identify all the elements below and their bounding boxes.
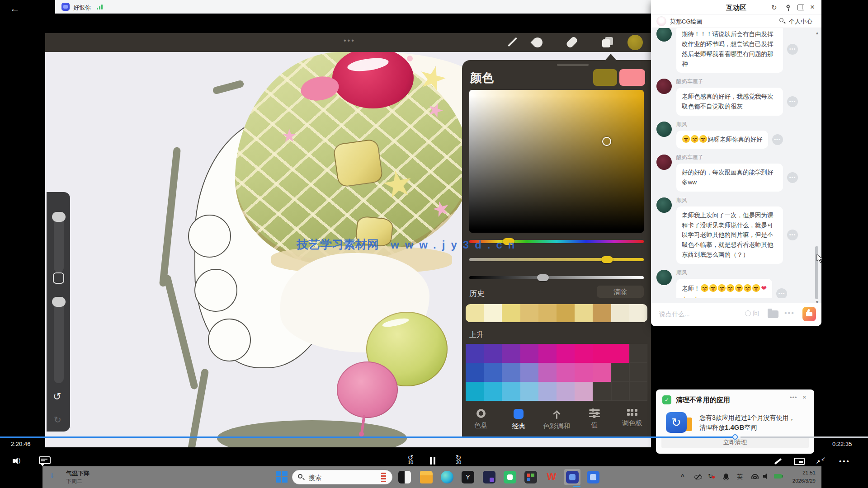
message-more-button[interactable]: •••	[787, 96, 798, 107]
redo-icon[interactable]: ↻	[54, 414, 61, 425]
undo-icon[interactable]: ↺	[53, 391, 61, 403]
start-button[interactable]	[276, 471, 288, 483]
color-swatch[interactable]	[557, 382, 575, 401]
color-swatch[interactable]	[575, 382, 593, 401]
tab-value[interactable]: 值	[576, 407, 613, 437]
video-seekbar[interactable]	[0, 435, 868, 440]
panel-drag-handle[interactable]	[557, 64, 589, 66]
brightness-slider-handle[interactable]	[537, 274, 549, 281]
color-swatch[interactable]	[575, 304, 593, 322]
channel-avatar[interactable]	[656, 16, 666, 26]
avatar[interactable]	[656, 79, 672, 94]
message-more-button[interactable]: •••	[787, 44, 798, 55]
color-swatch[interactable]	[466, 344, 484, 363]
color-swatch[interactable]	[611, 304, 629, 322]
brush-size-handle[interactable]	[52, 212, 66, 222]
tab-disc[interactable]: 色盘	[462, 407, 500, 437]
saturation-brightness-picker[interactable]	[469, 90, 644, 233]
opacity-slider[interactable]	[54, 300, 64, 383]
taskbar-app-green-store[interactable]	[502, 469, 518, 485]
color-swatch[interactable]	[484, 382, 502, 401]
taskbar-app-bluedoc[interactable]	[585, 469, 601, 485]
color-swatch[interactable]	[593, 382, 611, 401]
opacity-handle[interactable]	[52, 297, 66, 307]
chat-input[interactable]: 说点什么...	[659, 310, 690, 319]
color-swatch[interactable]	[466, 382, 484, 401]
input-more-icon[interactable]: •••	[784, 309, 795, 317]
refresh-icon[interactable]: ↻	[771, 4, 777, 12]
color-swatch[interactable]	[538, 344, 557, 363]
message-more-button[interactable]: •••	[776, 288, 787, 298]
taskbar-app-live-class[interactable]	[564, 469, 580, 485]
color-swatch[interactable]	[538, 382, 557, 401]
brush-tool-icon[interactable]	[508, 37, 517, 47]
primary-color-swatch[interactable]	[593, 69, 617, 86]
smudge-tool-icon[interactable]	[530, 35, 544, 49]
avatar[interactable]	[656, 270, 672, 285]
pause-button[interactable]	[430, 457, 436, 465]
danmaku-icon[interactable]	[39, 456, 51, 464]
taskbar-app-media[interactable]: Y	[460, 469, 476, 485]
color-swatch[interactable]	[520, 344, 538, 363]
avatar[interactable]	[656, 155, 672, 170]
taskbar-app-dev[interactable]	[481, 469, 497, 485]
profile-center-link[interactable]: 个人中心	[789, 18, 812, 26]
brightness-slider[interactable]	[469, 276, 644, 279]
color-swatch[interactable]	[557, 344, 575, 363]
color-swatch[interactable]	[484, 344, 502, 363]
color-swatch[interactable]	[538, 304, 557, 322]
microphone-icon[interactable]	[724, 474, 728, 479]
taskbar-app-edge[interactable]	[439, 469, 455, 485]
scroll-up-icon[interactable]: ▲	[815, 31, 819, 35]
secondary-color-swatch[interactable]	[619, 69, 645, 86]
search-icon[interactable]	[779, 18, 786, 24]
back-arrow-button[interactable]: ←	[10, 3, 20, 14]
ime-language-indicator[interactable]: 英	[737, 473, 743, 481]
close-chat-icon[interactable]: ×	[810, 3, 815, 12]
color-swatch[interactable]	[629, 304, 647, 322]
palette-row[interactable]	[466, 363, 647, 382]
tab-palettes[interactable]: 调色板	[613, 407, 651, 437]
color-swatch[interactable]	[502, 304, 520, 322]
color-swatch[interactable]	[593, 363, 611, 382]
battery-icon[interactable]	[774, 474, 782, 479]
folder-icon[interactable]	[768, 310, 778, 318]
taskbar-app-wps[interactable]: W	[543, 469, 560, 485]
color-swatch[interactable]	[502, 363, 520, 382]
forward-30-button[interactable]: ↻30	[450, 455, 467, 467]
taskbar-app-ms-store[interactable]	[523, 469, 539, 485]
message-list[interactable]: 期待！！！话说以后会有自由发挥改作业的环节吗，想尝试自己发挥然后老师帮我看看哪里…	[651, 28, 814, 298]
saturation-slider-handle[interactable]	[601, 256, 613, 263]
avatar[interactable]	[656, 28, 672, 42]
like-button[interactable]	[802, 307, 816, 321]
rewind-10-button[interactable]: ↺10	[402, 455, 419, 467]
eraser-tool-icon[interactable]	[566, 36, 579, 49]
saturation-slider[interactable]	[469, 258, 644, 261]
color-swatch[interactable]	[520, 363, 538, 382]
color-swatch[interactable]	[557, 363, 575, 382]
color-swatch[interactable]	[502, 382, 520, 401]
layers-icon-front[interactable]	[602, 39, 610, 47]
history-swatches[interactable]	[466, 304, 647, 322]
hidden-icon[interactable]	[694, 475, 702, 479]
color-swatch[interactable]	[520, 304, 538, 322]
taskbar-app-notebook[interactable]	[396, 469, 413, 485]
color-swatch[interactable]	[502, 344, 520, 363]
color-swatch[interactable]	[593, 344, 611, 363]
seekbar-handle[interactable]	[732, 434, 738, 440]
pin-icon[interactable]	[785, 5, 791, 11]
color-swatch[interactable]	[611, 382, 629, 401]
message-more-button[interactable]: •••	[772, 134, 783, 145]
color-swatch[interactable]	[557, 304, 575, 322]
avatar[interactable]	[656, 122, 672, 137]
wifi-icon[interactable]	[751, 474, 759, 479]
color-swatch[interactable]	[611, 363, 629, 382]
active-color-icon[interactable]	[627, 35, 643, 50]
channel-name[interactable]: 莫那CG绘画	[670, 18, 703, 26]
pip-icon[interactable]	[794, 458, 805, 465]
color-swatch[interactable]	[538, 363, 557, 382]
tab-harmony[interactable]: 色彩调和	[538, 407, 576, 437]
side-panel-icon[interactable]	[797, 5, 804, 10]
taskbar-search[interactable]: 搜索	[292, 470, 392, 484]
color-swatch[interactable]	[575, 363, 593, 382]
